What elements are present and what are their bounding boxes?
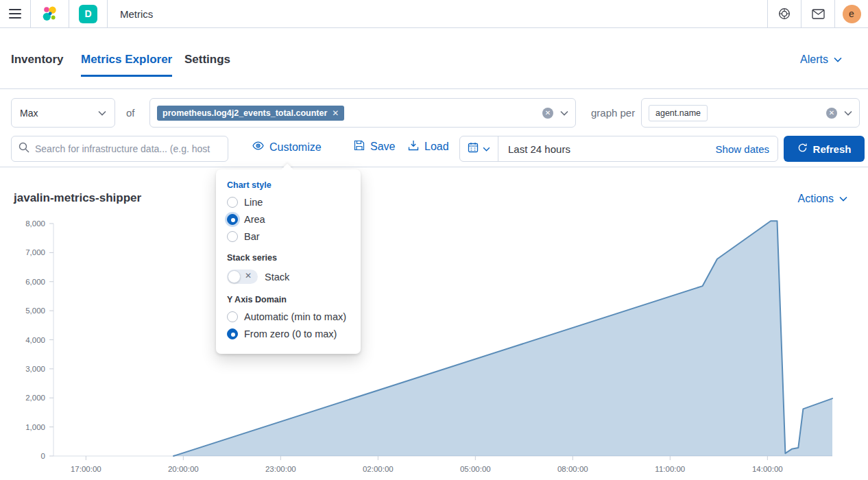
section-divider — [0, 167, 868, 167]
of-label: of — [126, 107, 135, 119]
svg-text:11:00:00: 11:00:00 — [655, 465, 685, 473]
date-picker: Last 24 hours Show dates — [459, 136, 778, 162]
chevron-down-icon — [98, 110, 106, 116]
refresh-button[interactable]: Refresh — [784, 136, 865, 162]
svg-text:1,000: 1,000 — [25, 423, 45, 431]
chart-style-heading: Chart style — [227, 180, 350, 190]
top-navigation-bar: D Metrics e — [0, 0, 868, 28]
svg-text:17:00:00: 17:00:00 — [71, 465, 101, 473]
user-menu[interactable]: e — [835, 0, 868, 27]
svg-text:3,000: 3,000 — [25, 365, 45, 373]
chevron-down-icon — [834, 57, 842, 62]
metrics-explorer-page: D Metrics e — [0, 0, 868, 480]
download-icon — [408, 140, 419, 154]
chevron-down-icon — [483, 147, 490, 152]
search-input-wrapper — [11, 136, 228, 162]
save-button[interactable]: Save — [354, 140, 395, 154]
svg-text:0: 0 — [41, 452, 45, 460]
tab-metrics-explorer[interactable]: Metrics Explorer — [81, 53, 172, 77]
customize-popover: Chart style Line Area Bar Stack series ✕… — [216, 169, 361, 354]
search-icon — [19, 142, 29, 156]
aggregation-select[interactable]: Max — [11, 98, 115, 128]
save-icon — [354, 140, 365, 154]
load-button[interactable]: Load — [408, 140, 449, 154]
calendar-dropdown-button[interactable] — [460, 136, 498, 161]
metrics-area-chart[interactable]: 01,0002,0003,0004,0005,0006,0007,0008,00… — [0, 213, 868, 480]
y-axis-domain-heading: Y Axis Domain — [227, 295, 350, 304]
show-dates-link[interactable]: Show dates — [716, 143, 777, 155]
svg-text:5,000: 5,000 — [25, 307, 45, 315]
actions-dropdown-button[interactable]: Actions — [798, 193, 847, 205]
radio-icon — [227, 328, 238, 339]
clear-all-icon[interactable]: ✕ — [542, 108, 553, 119]
metric-tag[interactable]: prometheus.log4j2_events_total.counter ✕ — [157, 106, 344, 121]
time-range-value[interactable]: Last 24 hours — [498, 143, 570, 155]
remove-metric-icon[interactable]: ✕ — [332, 108, 339, 118]
svg-text:08:00:00: 08:00:00 — [557, 465, 588, 473]
svg-text:05:00:00: 05:00:00 — [460, 465, 491, 473]
radio-icon — [227, 311, 238, 322]
chevron-down-icon — [839, 196, 847, 202]
mail-icon[interactable] — [801, 0, 834, 27]
menu-icon[interactable] — [0, 0, 30, 27]
svg-text:4,000: 4,000 — [25, 336, 45, 344]
svg-text:02:00:00: 02:00:00 — [363, 465, 394, 473]
eye-icon — [252, 140, 264, 154]
alerts-dropdown-button[interactable]: Alerts — [800, 53, 842, 66]
svg-text:8,000: 8,000 — [25, 219, 45, 228]
group-by-tag[interactable]: agent.name — [649, 105, 708, 121]
help-icon[interactable] — [768, 0, 801, 27]
svg-text:6,000: 6,000 — [25, 278, 45, 286]
radio-area[interactable]: Area — [227, 214, 350, 225]
stack-series-heading: Stack series — [227, 253, 350, 263]
refresh-icon — [797, 143, 808, 155]
chevron-down-icon[interactable] — [844, 110, 852, 116]
breadcrumb: Metrics — [117, 8, 153, 20]
space-selector[interactable]: D — [69, 0, 107, 27]
radio-icon — [227, 214, 238, 225]
tab-inventory[interactable]: Inventory — [11, 53, 64, 67]
svg-text:7,000: 7,000 — [25, 248, 45, 256]
customize-button[interactable]: Customize — [252, 140, 322, 154]
radio-bar[interactable]: Bar — [227, 231, 350, 242]
calendar-icon — [468, 142, 479, 156]
elastic-logo[interactable] — [31, 0, 69, 27]
search-input[interactable] — [35, 143, 221, 154]
app-tabs: Inventory Metrics Explorer Settings Aler… — [0, 28, 868, 89]
stack-toggle[interactable]: ✕ Stack — [227, 269, 350, 284]
svg-text:14:00:00: 14:00:00 — [752, 465, 783, 473]
graph-per-label: graph per — [591, 107, 635, 119]
radio-automatic[interactable]: Automatic (min to max) — [227, 311, 350, 322]
chart-title: javalin-metrics-shipper — [14, 191, 141, 205]
avatar[interactable]: e — [843, 5, 861, 23]
toggle-switch-icon[interactable]: ✕ — [227, 269, 258, 284]
space-badge[interactable]: D — [79, 5, 97, 23]
svg-text:2,000: 2,000 — [25, 394, 45, 402]
group-by-combobox[interactable]: agent.name ✕ — [641, 98, 860, 128]
tab-settings[interactable]: Settings — [184, 53, 230, 67]
svg-text:20:00:00: 20:00:00 — [168, 465, 199, 473]
chevron-down-icon[interactable] — [560, 110, 568, 116]
radio-from-zero[interactable]: From zero (0 to max) — [227, 328, 350, 339]
clear-all-icon[interactable]: ✕ — [826, 108, 837, 119]
radio-icon — [227, 197, 238, 208]
radio-line[interactable]: Line — [227, 197, 350, 208]
svg-text:23:00:00: 23:00:00 — [265, 465, 296, 473]
metric-field-combobox[interactable]: prometheus.log4j2_events_total.counter ✕… — [149, 98, 576, 128]
radio-icon — [227, 231, 238, 242]
